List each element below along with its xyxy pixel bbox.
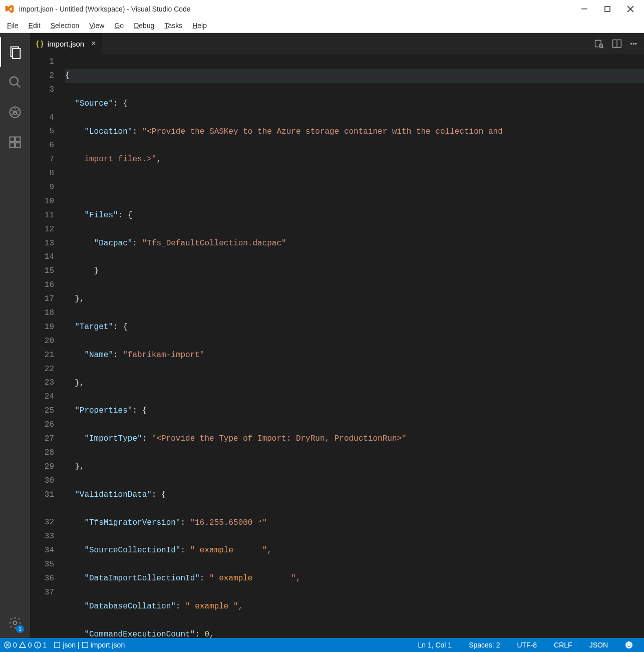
status-bar: 0 0 1 json | import.json Ln 1, Col 1 Spa…	[0, 638, 644, 652]
svg-point-11	[14, 621, 17, 625]
status-cursor-position[interactable]: Ln 1, Col 1	[418, 641, 452, 649]
window-close-button[interactable]	[619, 0, 642, 18]
svg-point-21	[630, 643, 631, 644]
svg-rect-18	[82, 642, 88, 648]
status-eol[interactable]: CRLF	[554, 641, 572, 649]
svg-rect-10	[16, 143, 20, 147]
menu-view[interactable]: View	[84, 20, 109, 32]
menu-bar: File Edit Selection View Go Debug Tasks …	[0, 18, 644, 33]
svg-rect-3	[13, 49, 20, 59]
status-indentation[interactable]: Spaces: 2	[469, 641, 500, 649]
editor-area: { } import.json × ••• 123456789101112131…	[30, 33, 644, 638]
menu-help[interactable]: Help	[187, 20, 212, 32]
svg-rect-17	[55, 642, 60, 648]
svg-point-19	[625, 641, 632, 648]
svg-rect-7	[10, 137, 15, 142]
status-problems[interactable]: 0 0 1	[4, 641, 47, 649]
svg-rect-9	[10, 143, 15, 147]
activity-bar: 1	[0, 33, 30, 638]
activity-settings-button[interactable]: 1	[0, 608, 30, 638]
menu-go[interactable]: Go	[109, 20, 129, 32]
editor-actions: •••	[594, 33, 644, 54]
svg-point-4	[10, 77, 18, 85]
status-language[interactable]: JSON	[589, 641, 608, 649]
preview-icon[interactable]	[594, 39, 604, 49]
vscode-logo-icon	[4, 4, 15, 15]
svg-rect-12	[595, 40, 601, 47]
code-content[interactable]: { "Source": { "Location": "<Provide the …	[65, 54, 644, 638]
activity-explorer-button[interactable]	[0, 37, 30, 67]
main-area: 1 { } import.json × ••• 1234567891011121…	[0, 33, 644, 638]
window-minimize-button[interactable]	[573, 0, 596, 18]
more-actions-icon[interactable]: •••	[630, 40, 637, 48]
menu-file[interactable]: File	[2, 20, 24, 32]
menu-selection[interactable]: Selection	[46, 20, 85, 32]
menu-tasks[interactable]: Tasks	[159, 20, 187, 32]
tab-bar: { } import.json × •••	[30, 33, 644, 54]
activity-search-button[interactable]	[0, 67, 30, 97]
svg-rect-1	[605, 7, 610, 12]
line-number-gutter: 1234567891011121314151617181920212223242…	[30, 54, 65, 638]
status-encoding[interactable]: UTF-8	[517, 641, 537, 649]
svg-point-20	[627, 643, 628, 644]
window-maximize-button[interactable]	[596, 0, 619, 18]
title-bar: import.json - Untitled (Workspace) - Vis…	[0, 0, 644, 18]
settings-badge: 1	[16, 625, 24, 633]
code-editor[interactable]: 1234567891011121314151617181920212223242…	[30, 54, 644, 638]
split-editor-icon[interactable]	[612, 39, 622, 49]
tab-import-json[interactable]: { } import.json ×	[30, 33, 103, 54]
json-file-icon: { }	[36, 40, 44, 48]
activity-debug-button[interactable]	[0, 97, 30, 127]
status-breadcrumb[interactable]: json | import.json	[54, 641, 125, 649]
activity-extensions-button[interactable]	[0, 127, 30, 157]
tab-label: import.json	[48, 40, 84, 48]
svg-rect-8	[16, 137, 20, 142]
tab-close-button[interactable]: ×	[91, 39, 96, 48]
status-feedback-icon[interactable]	[625, 641, 633, 649]
menu-edit[interactable]: Edit	[24, 20, 46, 32]
svg-rect-0	[581, 9, 587, 10]
menu-debug[interactable]: Debug	[129, 20, 159, 32]
window-title: import.json - Untitled (Workspace) - Vis…	[19, 5, 573, 13]
